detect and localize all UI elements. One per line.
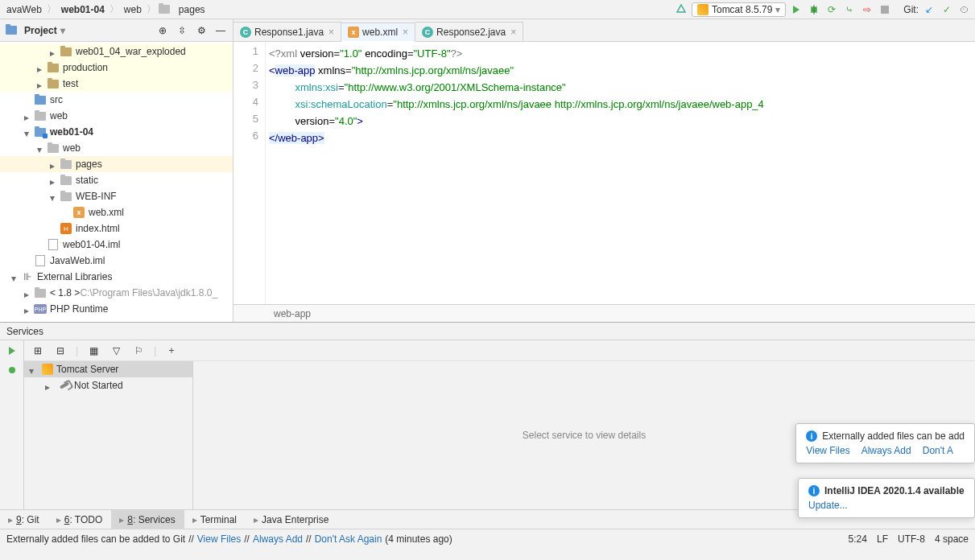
notif-link-view-files[interactable]: View Files <box>806 445 849 456</box>
not-started-node[interactable]: Not Started <box>24 377 192 393</box>
tree-arrow-icon[interactable] <box>50 176 58 184</box>
project-tree[interactable]: web01_04_war_explodedproductiontestsrcwe… <box>0 42 233 322</box>
chevron-down-icon: ▾ <box>775 4 780 15</box>
close-icon[interactable]: × <box>401 27 408 38</box>
git-update-icon[interactable]: ↙ <box>922 2 936 17</box>
indent[interactable]: 4 space <box>935 533 969 545</box>
coverage-icon[interactable]: ⟳ <box>824 2 839 17</box>
tag-icon[interactable]: ⚐ <box>131 344 146 358</box>
tree-arrow-icon[interactable] <box>24 289 32 297</box>
editor-body[interactable]: 123456 <?xml version="1.0" encoding="UTF… <box>233 42 975 304</box>
tree-row[interactable]: WEB-INF <box>0 188 233 204</box>
git-commit-icon[interactable]: ✓ <box>940 2 954 17</box>
tree-arrow-icon[interactable] <box>37 241 45 249</box>
chevron-down-icon[interactable] <box>29 365 37 373</box>
tree-node-label: PHP Runtime <box>50 303 108 315</box>
tree-row[interactable]: pages <box>0 156 233 172</box>
bottom-tab[interactable]: ▸6: TODO <box>48 510 112 529</box>
tree-row[interactable]: web01-04 <box>0 124 233 140</box>
chevron-right-icon[interactable] <box>45 381 53 389</box>
tree-arrow-icon[interactable] <box>37 80 45 88</box>
tree-arrow-icon[interactable] <box>24 257 32 265</box>
tomcat-server-node[interactable]: Tomcat Server <box>24 361 192 377</box>
collapse-all-icon[interactable]: ⊟ <box>53 344 68 358</box>
bottom-tab[interactable]: ▸8: Services <box>111 510 184 529</box>
run-icon[interactable] <box>5 344 19 358</box>
bottom-tab[interactable]: ▸Java Enterprise <box>246 510 337 529</box>
status-link-always-add[interactable]: Always Add <box>253 533 303 545</box>
tree-row[interactable]: static <box>0 172 233 188</box>
gear-icon[interactable]: ⚙ <box>194 23 209 38</box>
tree-arrow-icon[interactable] <box>11 273 19 281</box>
bottom-tab[interactable]: ▸9: Git <box>0 510 48 529</box>
tree-arrow-icon[interactable] <box>37 144 45 152</box>
tree-row[interactable]: web01_04_war_exploded <box>0 43 233 60</box>
run-icon[interactable] <box>789 2 804 17</box>
tree-arrow-icon[interactable] <box>24 112 32 120</box>
tree-arrow-icon[interactable] <box>50 160 58 168</box>
breadcrumb-item[interactable]: web01-04 <box>58 4 108 15</box>
close-icon[interactable]: × <box>327 27 334 38</box>
status-link-view-files[interactable]: View Files <box>197 533 241 545</box>
breadcrumb-item[interactable]: pages <box>176 4 209 15</box>
tree-row[interactable]: Hindex.html <box>0 220 233 237</box>
code[interactable]: <?xml version="1.0" encoding="UTF-8"?><w… <box>266 42 975 304</box>
line-ending[interactable]: LF <box>877 533 888 545</box>
tree-row[interactable]: test <box>0 76 233 92</box>
debug-icon[interactable] <box>5 363 19 377</box>
breadcrumb-item[interactable]: avaWeb <box>3 4 45 15</box>
attach-icon[interactable]: ⇨ <box>860 2 874 17</box>
breadcrumb-item[interactable]: web <box>121 4 145 15</box>
tree-row[interactable]: ⊪External Libraries <box>0 269 233 285</box>
notification-update-available[interactable]: i IntelliJ IDEA 2020.1.4 available Updat… <box>798 478 975 518</box>
editor-tab[interactable]: CResponse1.java× <box>233 22 341 41</box>
tree-row[interactable]: < 1.8 > C:\Program Files\Java\jdk1.8.0_ <box>0 285 233 301</box>
tree-arrow-icon[interactable] <box>24 128 32 136</box>
close-icon[interactable]: × <box>509 27 516 38</box>
tree-arrow-icon[interactable] <box>24 305 32 313</box>
tree-arrow-icon[interactable] <box>37 64 45 72</box>
tree-arrow-icon[interactable] <box>50 192 58 200</box>
chevron-down-icon[interactable]: ▾ <box>60 25 65 36</box>
debug-icon[interactable] <box>807 2 821 17</box>
services-tree[interactable]: Tomcat Server Not Started <box>24 361 193 509</box>
tree-row[interactable]: src <box>0 92 233 108</box>
tree-arrow-icon[interactable] <box>50 224 58 233</box>
caret-position[interactable]: 5:24 <box>849 533 867 545</box>
build-icon[interactable] <box>674 2 688 17</box>
tree-row[interactable]: web <box>0 108 233 124</box>
group-icon[interactable]: ▦ <box>86 344 101 358</box>
tree-arrow-icon[interactable] <box>50 47 58 56</box>
run-config-selector[interactable]: Tomcat 8.5.79 ▾ <box>692 2 786 17</box>
bottom-tab[interactable]: ▸Terminal <box>184 510 246 529</box>
tree-row[interactable]: PHPPHP Runtime <box>0 301 233 317</box>
tree-arrow-icon[interactable] <box>24 96 32 104</box>
expand-all-icon[interactable]: ⇳ <box>175 23 189 38</box>
hide-icon[interactable]: — <box>213 23 228 38</box>
tree-node-icon <box>47 62 60 73</box>
notif-link-dont-ask[interactable]: Don't A <box>923 445 953 456</box>
gutter: 123456 <box>233 42 266 304</box>
notification-externally-added[interactable]: i Externally added files can be add View… <box>795 423 975 463</box>
tree-row[interactable]: xweb.xml <box>0 204 233 220</box>
filter-icon[interactable]: ▽ <box>109 344 123 358</box>
profile-icon[interactable]: ⤷ <box>842 2 857 17</box>
tree-row[interactable]: web <box>0 140 233 156</box>
editor-breadcrumb[interactable]: web-app <box>274 308 311 319</box>
editor-tab[interactable]: CResponse2.java× <box>415 22 523 41</box>
tree-row[interactable]: web01-04.iml <box>0 237 233 253</box>
status-link-dont-ask[interactable]: Don't Ask Again <box>315 533 382 545</box>
editor-tab[interactable]: xweb.xml× <box>341 23 415 42</box>
expand-all-icon[interactable]: ⊞ <box>31 344 45 358</box>
encoding[interactable]: UTF-8 <box>898 533 925 545</box>
git-history-icon[interactable]: ⏲ <box>957 2 972 17</box>
notif-link-update[interactable]: Update... <box>808 500 848 511</box>
add-icon[interactable]: ＋ <box>164 344 179 358</box>
select-opened-file-icon[interactable]: ⊕ <box>155 23 170 38</box>
tree-row[interactable]: JavaWeb.iml <box>0 253 233 269</box>
tree-arrow-icon[interactable] <box>63 208 71 216</box>
notif-link-always-add[interactable]: Always Add <box>861 445 911 456</box>
tool-icon: ▸ <box>254 514 258 525</box>
tree-row[interactable]: production <box>0 60 233 76</box>
stop-icon[interactable] <box>878 2 892 17</box>
